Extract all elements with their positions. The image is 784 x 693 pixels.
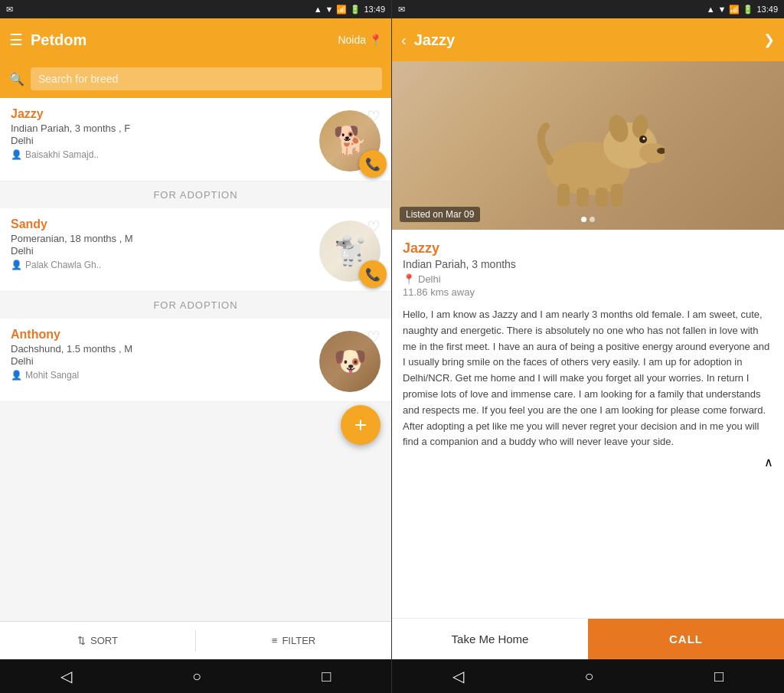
sort-filter-bar: ⇅ SORT ≡ FILTER (0, 621, 391, 659)
filter-icon: ≡ (272, 635, 278, 646)
sort-icon: ⇅ (77, 635, 86, 646)
battery-icon: 🔋 (350, 5, 361, 15)
sandy-call-button[interactable]: 📞 (359, 260, 387, 288)
section-label-1: FOR ADOPTION (0, 181, 391, 208)
app-title: Petdom (31, 31, 330, 49)
back-button[interactable]: ‹ (401, 31, 407, 49)
jazzy-location: Delhi (11, 135, 312, 146)
add-fab-button[interactable]: + (341, 405, 381, 445)
detail-distance: 11.86 kms away (403, 286, 773, 298)
location-pin-icon: 📍 (369, 34, 382, 46)
anthony-details: Dachshund, 1.5 months , M (11, 343, 312, 355)
battery-icon-r: 🔋 (743, 5, 753, 15)
owner-icon: 👤 (11, 370, 22, 381)
owner-icon: 👤 (11, 149, 22, 160)
photo-pagination (581, 217, 595, 222)
anthony-avatar: 🐶 (319, 331, 381, 392)
nav-bar-right: ◁ ○ □ (392, 659, 784, 693)
network-icon-r: 📶 (729, 5, 740, 15)
svg-rect-9 (577, 188, 589, 207)
location-pin-detail: 📍 (403, 273, 415, 285)
jazzy-image-container: 🐕 📞 (319, 110, 381, 172)
list-item[interactable]: Anthony Dachshund, 1.5 months , M Delhi … (0, 319, 391, 402)
jazzy-info: Jazzy Indian Pariah, 3 months , F Delhi … (11, 107, 312, 160)
detail-action-bar: Take Me Home CALL (392, 618, 784, 659)
nav-bar-left: ◁ ○ □ (0, 659, 391, 693)
sandy-owner: 👤 Palak Chawla Gh.. (11, 260, 312, 270)
dot-1 (581, 217, 586, 222)
owner-icon: 👤 (11, 260, 22, 270)
svg-point-7 (643, 138, 645, 140)
list-item[interactable]: Jazzy Indian Pariah, 3 months , F Delhi … (0, 98, 391, 181)
status-bar-right: ✉ ▲ ▼ 📶 🔋 13:49 (392, 0, 784, 18)
sandy-info: Sandy Pomeranian, 18 months , M Delhi 👤 … (11, 217, 312, 270)
detail-header: ‹ Jazzy ❯ (392, 18, 784, 61)
location-header[interactable]: Noida 📍 (338, 34, 382, 46)
home-nav-button[interactable]: ○ (192, 668, 201, 685)
anthony-location: Delhi (11, 355, 312, 367)
anthony-info: Anthony Dachshund, 1.5 months , M Delhi … (11, 328, 312, 381)
status-icons-right: ✉ (398, 5, 405, 15)
anthony-name: Anthony (11, 328, 312, 342)
section-label-2: FOR ADOPTION (0, 292, 391, 319)
wifi-icon: ▼ (325, 5, 334, 14)
pet-list: Jazzy Indian Pariah, 3 months , F Delhi … (0, 98, 391, 621)
wifi-icon-r: ▼ (718, 5, 727, 14)
sandy-location: Delhi (11, 245, 312, 257)
back-nav-button[interactable]: ◁ (60, 667, 72, 685)
status-bar-left: ✉ ▲ ▼ 📶 🔋 13:49 (0, 0, 391, 18)
svg-rect-8 (557, 184, 570, 207)
listed-date-badge: Listed on Mar 09 (400, 207, 480, 222)
sandy-name: Sandy (11, 217, 312, 231)
left-panel: ✉ ▲ ▼ 📶 🔋 13:49 ☰ Petdom Noida 📍 🔍 Jazzy… (0, 0, 392, 693)
svg-rect-10 (596, 188, 608, 207)
recent-nav-button-right[interactable]: □ (714, 668, 724, 685)
detail-description: Hello, I am know as Jazzy and I am nearl… (403, 307, 773, 450)
detail-title: Jazzy (414, 31, 756, 49)
collapse-button[interactable]: ∧ (403, 455, 773, 469)
search-bar: 🔍 (0, 61, 391, 98)
dog-image (511, 77, 665, 214)
time-right: 13:49 (756, 5, 778, 14)
home-nav-button-right[interactable]: ○ (584, 668, 593, 685)
message-icon: ✉ (6, 5, 13, 14)
anthony-owner: 👤 Mohit Sangal (11, 370, 312, 381)
network-icon: 📶 (336, 5, 347, 15)
detail-pet-name: Jazzy (403, 240, 773, 257)
app-header: ☰ Petdom Noida 📍 (0, 18, 391, 61)
right-panel: ✉ ▲ ▼ 📶 🔋 13:49 ‹ Jazzy ❯ (392, 0, 784, 693)
back-nav-button-right[interactable]: ◁ (452, 667, 464, 685)
sort-button[interactable]: ⇅ SORT (0, 622, 195, 659)
location-text: Noida (338, 34, 366, 46)
signal-icon: ▲ (314, 5, 322, 14)
share-button[interactable]: ❯ (763, 31, 775, 48)
detail-location: 📍 Delhi (403, 273, 773, 285)
sandy-details: Pomeranian, 18 months , M (11, 233, 312, 244)
list-item[interactable]: Sandy Pomeranian, 18 months , M Delhi 👤 … (0, 208, 391, 292)
filter-button[interactable]: ≡ FILTER (196, 622, 391, 659)
status-icons-left: ✉ (6, 5, 13, 15)
search-input[interactable] (31, 67, 382, 90)
dot-2 (590, 217, 595, 222)
jazzy-details: Indian Pariah, 3 months , F (11, 123, 312, 134)
message-icon-right: ✉ (398, 5, 405, 14)
detail-content: Jazzy Indian Pariah, 3 months 📍 Delhi 11… (392, 230, 784, 618)
menu-icon[interactable]: ☰ (9, 31, 23, 49)
pet-photo: Listed on Mar 09 (392, 61, 784, 230)
svg-rect-11 (611, 184, 623, 207)
jazzy-name: Jazzy (11, 107, 312, 121)
jazzy-owner: 👤 Baisakhi Samajd.. (11, 149, 312, 160)
take-me-home-button[interactable]: Take Me Home (392, 619, 588, 659)
status-right-icons-right: ▲ ▼ 📶 🔋 13:49 (707, 5, 778, 15)
time-left: 13:49 (364, 5, 385, 14)
detail-breed: Indian Pariah, 3 months (403, 258, 773, 270)
signal-icon-r: ▲ (707, 5, 715, 14)
status-right-icons-left: ▲ ▼ 📶 🔋 13:49 (314, 5, 385, 15)
call-action-button[interactable]: CALL (588, 619, 784, 659)
search-icon: 🔍 (9, 72, 24, 87)
anthony-image-container: 🐶 (319, 331, 381, 392)
jazzy-call-button[interactable]: 📞 (359, 150, 387, 178)
sandy-image-container: 🐩 📞 (319, 221, 381, 282)
recent-nav-button[interactable]: □ (322, 668, 331, 685)
chevron-up-icon: ∧ (764, 455, 773, 469)
